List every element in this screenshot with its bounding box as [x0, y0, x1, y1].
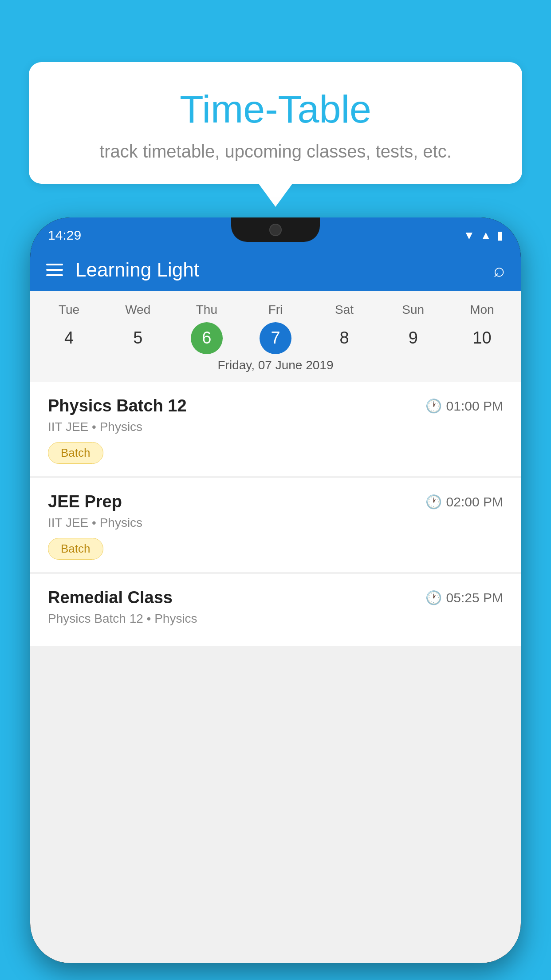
schedule-item-3-sub: Physics Batch 12 • Physics [48, 612, 503, 626]
schedule-item-2-time: 🕐 02:00 PM [425, 494, 503, 510]
schedule-item-2-badge: Batch [48, 538, 103, 560]
day-sun: Sun [379, 299, 448, 320]
calendar-date-label: Friday, 07 June 2019 [30, 354, 521, 378]
schedule-list: Physics Batch 12 🕐 01:00 PM IIT JEE • Ph… [30, 382, 521, 963]
schedule-item-1-sub: IIT JEE • Physics [48, 420, 503, 434]
schedule-item-2-title: JEE Prep [48, 492, 122, 511]
status-icons: ▼ ▲ ▮ [464, 229, 503, 242]
schedule-item-2-time-text: 02:00 PM [446, 494, 503, 510]
schedule-item-3-header: Remedial Class 🕐 05:25 PM [48, 588, 503, 607]
day-sat: Sat [310, 299, 379, 320]
clock-icon-3: 🕐 [425, 590, 442, 605]
day-tue: Tue [35, 299, 103, 320]
schedule-item-1-badge: Batch [48, 442, 103, 464]
schedule-item-1-header: Physics Batch 12 🕐 01:00 PM [48, 396, 503, 415]
phone-wrapper: 14:29 ▼ ▲ ▮ Learning Light ⌕ [30, 217, 521, 980]
date-4[interactable]: 4 [35, 322, 103, 354]
date-7-selected[interactable]: 7 [241, 322, 310, 354]
schedule-item-2-sub: IIT JEE • Physics [48, 516, 503, 530]
wifi-icon: ▼ [464, 229, 475, 242]
phone-notch [231, 217, 320, 242]
schedule-item-1-time-text: 01:00 PM [446, 399, 503, 414]
battery-icon: ▮ [497, 229, 503, 242]
speech-bubble: Time-Table track timetable, upcoming cla… [29, 62, 522, 184]
date-9[interactable]: 9 [379, 322, 448, 354]
date-10[interactable]: 10 [448, 322, 516, 354]
menu-button[interactable] [46, 264, 63, 276]
calendar-strip: Tue Wed Thu Fri Sat Sun Mon 4 5 6 [30, 291, 521, 382]
schedule-item-1[interactable]: Physics Batch 12 🕐 01:00 PM IIT JEE • Ph… [30, 382, 521, 476]
schedule-item-3[interactable]: Remedial Class 🕐 05:25 PM Physics Batch … [30, 574, 521, 646]
schedule-item-1-title: Physics Batch 12 [48, 396, 187, 415]
search-button[interactable]: ⌕ [493, 259, 505, 281]
schedule-item-3-time-text: 05:25 PM [446, 590, 503, 605]
schedule-item-3-title: Remedial Class [48, 588, 173, 607]
bubble-title: Time-Table [55, 87, 496, 132]
app-bar: Learning Light ⌕ [30, 249, 521, 291]
signal-icon: ▲ [480, 229, 492, 242]
clock-icon-1: 🕐 [425, 398, 442, 414]
date-6-today[interactable]: 6 [172, 322, 241, 354]
app-title: Learning Light [75, 259, 199, 281]
schedule-item-2[interactable]: JEE Prep 🕐 02:00 PM IIT JEE • Physics Ba… [30, 478, 521, 572]
clock-icon-2: 🕐 [425, 494, 442, 510]
date-8[interactable]: 8 [310, 322, 379, 354]
status-time: 14:29 [48, 228, 81, 243]
phone-screen: 14:29 ▼ ▲ ▮ Learning Light ⌕ [30, 217, 521, 963]
phone-frame: 14:29 ▼ ▲ ▮ Learning Light ⌕ [30, 217, 521, 963]
schedule-item-2-header: JEE Prep 🕐 02:00 PM [48, 492, 503, 511]
schedule-item-1-time: 🕐 01:00 PM [425, 398, 503, 414]
speech-bubble-arrow [259, 184, 292, 207]
day-wed: Wed [103, 299, 172, 320]
day-mon: Mon [448, 299, 516, 320]
day-numbers: 4 5 6 7 8 9 10 [30, 322, 521, 354]
app-bar-left: Learning Light [46, 259, 199, 281]
day-fri: Fri [241, 299, 310, 320]
schedule-item-3-time: 🕐 05:25 PM [425, 590, 503, 605]
day-thu: Thu [172, 299, 241, 320]
date-5[interactable]: 5 [103, 322, 172, 354]
day-headers: Tue Wed Thu Fri Sat Sun Mon [30, 299, 521, 320]
front-camera [269, 224, 282, 236]
speech-bubble-section: Time-Table track timetable, upcoming cla… [29, 62, 522, 207]
bubble-subtitle: track timetable, upcoming classes, tests… [55, 142, 496, 162]
